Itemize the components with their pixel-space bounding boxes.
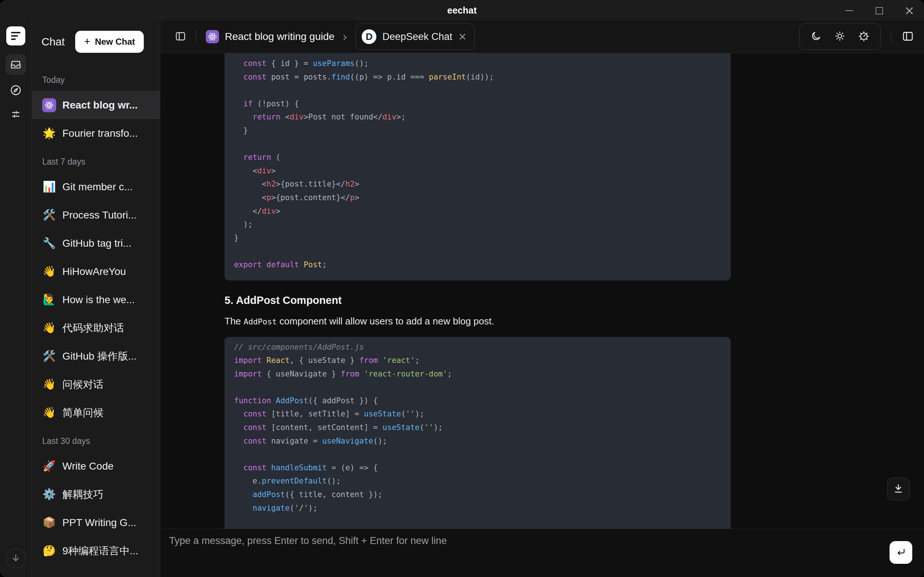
sidebar-title: Chat [42,35,65,48]
scroll-to-bottom-button[interactable] [887,478,910,500]
sidebar-item[interactable]: 🛠️Process Tutori... [32,201,160,229]
maximize-icon[interactable]: □ [874,5,884,15]
chat-emoji-icon: ⚙️ [42,489,56,500]
chat-item-label: React blog wr... [62,99,137,111]
window-controls: — □ × [844,0,914,21]
chat-emoji-icon: 👋 [42,322,56,333]
sidebar-item[interactable]: 📦PPT Writing G... [32,508,160,537]
sidebar-item[interactable]: 📊Git member c... [32,172,160,201]
inline-code: AddPost [244,317,277,326]
chat-item-label: HiHowAreYou [62,266,126,277]
chevron-right-icon: › [342,29,348,44]
code-line: addPost({ title, content }); [234,488,721,501]
sidebar-item[interactable]: 🚀Write Code [32,452,160,480]
app-window: eechat — □ × [0,0,924,577]
sidebar-item[interactable]: 👋问候对话 [32,370,160,398]
chat-item-label: 简单问候 [62,406,103,420]
section-heading: 5. AddPost Component [225,294,731,306]
discover-button[interactable] [5,80,26,100]
code-line [234,380,721,394]
code-line: <div> [234,164,721,178]
sidebar-item[interactable]: 🌟Fourier transfo... [32,119,160,147]
enter-icon [895,546,906,559]
send-button[interactable] [890,541,912,564]
toggle-sidebar-button[interactable] [174,31,186,43]
code-line: return <div>Post not found</div>; [234,110,721,124]
sidebar-item[interactable]: 👋代码求助对话 [32,314,160,342]
paragraph-text: component will allow users to add a new … [277,316,494,327]
sidebar-item[interactable]: 🤔9种编程语言中... [32,537,160,565]
sidebar-item[interactable]: 👋简单问候 [32,398,160,427]
code-line [234,515,721,528]
sidebar-item[interactable]: React blog wr... [32,91,160,119]
compass-icon [10,84,22,96]
new-chat-button[interactable]: + New Chat [75,31,144,53]
code-line [234,245,721,258]
chat-emoji-icon: 🤔 [42,545,56,556]
model-name: DeepSeek Chat [382,31,452,42]
chats-inbox-button[interactable] [5,54,26,75]
code-line: navigate('/'); [234,501,721,515]
section-paragraph: The AddPost component will allow users t… [225,316,731,327]
code-line: const navigate = useNavigate(); [234,434,721,448]
minimize-icon[interactable]: — [844,5,854,15]
settings-sliders-button[interactable] [5,104,26,125]
sidebar-item[interactable]: 🙋‍♂️How is the we... [32,285,160,314]
code-line: if (!post) { [234,97,721,111]
message-input[interactable]: Type a message, press Enter to send, Shi… [169,535,880,557]
chat-item-label: How is the we... [62,294,135,306]
sidebar-item[interactable]: 👋HiHowAreYou [32,257,160,285]
chat-emoji-icon: 📊 [42,182,56,192]
model-pill[interactable]: D DeepSeek Chat × [355,23,474,50]
chat-emoji-icon: 👋 [42,266,56,277]
rail-scroll-down-button[interactable] [6,548,26,568]
code-line: const [title, setTitle] = useState(''); [234,407,721,421]
left-rail [0,21,32,577]
code-block-post-component: const { id } = useParams(); const post =… [225,53,731,280]
chat-item-label: 问候对话 [62,377,103,392]
chat-item-label: Fourier transfo... [62,127,137,139]
chat-item-label: 代码求助对话 [62,321,124,335]
plus-icon: + [84,35,90,48]
sidebar-item[interactable]: 🔧GitHub tag tri... [32,229,160,257]
paragraph-text: The [225,316,244,327]
system-theme-button[interactable] [858,31,869,43]
panel-right-icon [901,30,914,44]
code-line: e.preventDefault(); [234,474,721,488]
code-line: <p>{post.content}</p> [234,191,721,205]
main-panel: React blog writing guide › D DeepSeek Ch… [160,21,924,577]
sidebar: Chat + New Chat TodayReact blog wr...🌟Fo… [32,21,160,577]
chat-emoji-icon: 🌟 [42,128,56,139]
code-line: } [234,124,721,137]
header-divider [196,30,196,43]
sidebar-section-label: Last 7 days [32,147,160,172]
breadcrumb: React blog writing guide [225,31,334,42]
model-close-icon[interactable]: × [458,32,467,42]
toggle-right-panel-button[interactable] [901,30,914,44]
panel-left-icon [174,31,186,43]
message-scroll-area[interactable]: const { id } = useParams(); const post =… [160,53,924,529]
code-line: const handleSubmit = (e) => { [234,461,721,475]
code-line: return ( [234,151,721,164]
chat-item-label: 解耦技巧 [62,488,103,501]
chat-item-label: Git member c... [62,181,132,193]
code-line: } [234,231,721,245]
code-line: import React, { useState } from 'react'; [234,354,721,367]
react-icon [42,98,56,112]
code-line: ); [234,218,721,231]
theme-switcher [799,23,881,50]
moon-icon [811,31,821,42]
inbox-icon [10,59,22,70]
dark-mode-button[interactable] [811,31,821,42]
chat-item-label: PPT Writing G... [62,517,136,529]
sidebar-item[interactable]: 🛠️GitHub 操作版... [32,342,160,370]
sidebar-section-label: Last 30 days [32,427,160,452]
sidebar-item[interactable]: ⚙️解耦技巧 [32,480,160,508]
code-line [234,137,721,151]
light-mode-button[interactable] [835,31,845,42]
close-icon[interactable]: × [904,5,914,15]
code-line: import { useNavigate } from 'react-route… [234,367,721,381]
assistant-message: const { id } = useParams(); const post =… [225,53,731,529]
deepseek-logo: D [362,29,376,44]
arrow-down-to-line-icon [893,483,904,495]
